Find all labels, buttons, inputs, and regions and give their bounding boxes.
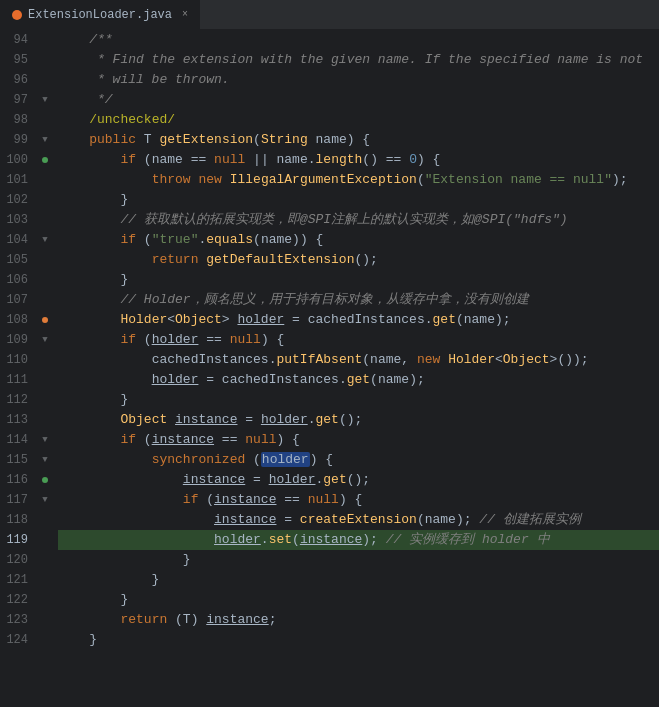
code-line-94: /** [58,30,659,50]
line-num-107: 107 [4,290,28,310]
fold-icon-104[interactable]: ▼ [42,235,47,245]
gutter-119 [36,530,54,550]
code-line-119: holder.set(instance); // 实例缓存到 holder 中 [58,530,659,550]
code-line-100: if (name == null || name.length() == 0) … [58,150,659,170]
tab-filename: ExtensionLoader.java [28,8,172,22]
code-line-124: } [58,630,659,650]
gutter-113 [36,410,54,430]
line-num-94: 94 [4,30,28,50]
line-num-104: 104 [4,230,28,250]
code-line-114: if (instance == null) { [58,430,659,450]
line-num-118: 118 [4,510,28,530]
marker-108[interactable] [42,317,48,323]
fold-icon-109[interactable]: ▼ [42,335,47,345]
gutter-105 [36,250,54,270]
line-numbers: 94 95 96 97 98 99 100 101 102 103 104 10… [0,30,36,707]
line-num-117: 117 [4,490,28,510]
fold-icon-99[interactable]: ▼ [42,135,47,145]
gutter-103 [36,210,54,230]
code-line-95: * Find the extension with the given name… [58,50,659,70]
code-line-117: if (instance == null) { [58,490,659,510]
code-area: 94 95 96 97 98 99 100 101 102 103 104 10… [0,30,659,707]
marker-116[interactable] [42,477,48,483]
line-num-111: 111 [4,370,28,390]
gutter-109[interactable]: ▼ [36,330,54,350]
line-num-99: 99 [4,130,28,150]
line-num-113: 113 [4,410,28,430]
gutter: ▼ ▼ ▼ ▼ ▼ ▼ ▼ [36,30,54,707]
gutter-102 [36,190,54,210]
gutter-100 [36,150,54,170]
gutter-121 [36,570,54,590]
code-line-107: // Holder，顾名思义，用于持有目标对象，从缓存中拿，没有则创建 [58,290,659,310]
line-num-103: 103 [4,210,28,230]
line-num-101: 101 [4,170,28,190]
code-editor: 94 95 96 97 98 99 100 101 102 103 104 10… [0,30,659,707]
tab-close-button[interactable]: × [182,9,188,20]
code-line-106: } [58,270,659,290]
line-num-97: 97 [4,90,28,110]
line-num-109: 109 [4,330,28,350]
gutter-120 [36,550,54,570]
line-num-123: 123 [4,610,28,630]
code-line-103: // 获取默认的拓展实现类，即@SPI注解上的默认实现类，如@SPI("hdfs… [58,210,659,230]
fold-icon-114[interactable]: ▼ [42,435,47,445]
line-num-124: 124 [4,630,28,650]
gutter-106 [36,270,54,290]
code-line-120: } [58,550,659,570]
gutter-122 [36,590,54,610]
code-line-97: */ [58,90,659,110]
tab-bar: ExtensionLoader.java × [0,0,659,30]
code-line-101: throw new IllegalArgumentException("Exte… [58,170,659,190]
fold-icon-115[interactable]: ▼ [42,455,47,465]
code-line-118: instance = createExtension(name); // 创建拓… [58,510,659,530]
gutter-104[interactable]: ▼ [36,230,54,250]
code-line-121: } [58,570,659,590]
code-line-104: if ("true".equals(name)) { [58,230,659,250]
line-num-102: 102 [4,190,28,210]
line-num-100: 100 [4,150,28,170]
gutter-116 [36,470,54,490]
line-num-96: 96 [4,70,28,90]
line-num-119: 119 [4,530,28,550]
gutter-123 [36,610,54,630]
line-num-110: 110 [4,350,28,370]
fold-icon-117[interactable]: ▼ [42,495,47,505]
breakpoint-100[interactable] [42,157,48,163]
line-num-122: 122 [4,590,28,610]
line-num-95: 95 [4,50,28,70]
line-num-108: 108 [4,310,28,330]
code-line-96: * will be thrown. [58,70,659,90]
gutter-95 [36,50,54,70]
gutter-97[interactable]: ▼ [36,90,54,110]
gutter-110 [36,350,54,370]
line-num-105: 105 [4,250,28,270]
gutter-117[interactable]: ▼ [36,490,54,510]
code-line-110: cachedInstances.putIfAbsent(name, new Ho… [58,350,659,370]
gutter-98 [36,110,54,130]
code-line-116: instance = holder.get(); [58,470,659,490]
line-num-98: 98 [4,110,28,130]
gutter-99[interactable]: ▼ [36,130,54,150]
code-line-111: holder = cachedInstances.get(name); [58,370,659,390]
gutter-96 [36,70,54,90]
code-line-112: } [58,390,659,410]
gutter-114[interactable]: ▼ [36,430,54,450]
line-num-114: 114 [4,430,28,450]
line-num-112: 112 [4,390,28,410]
gutter-94 [36,30,54,50]
fold-icon-97[interactable]: ▼ [42,95,47,105]
line-num-106: 106 [4,270,28,290]
gutter-115[interactable]: ▼ [36,450,54,470]
line-num-116: 116 [4,470,28,490]
gutter-111 [36,370,54,390]
code-lines[interactable]: /** * Find the extension with the given … [54,30,659,707]
code-line-113: Object instance = holder.get(); [58,410,659,430]
code-line-123: return (T) instance; [58,610,659,630]
java-file-icon [12,10,22,20]
file-tab[interactable]: ExtensionLoader.java × [0,0,201,29]
code-line-102: } [58,190,659,210]
code-line-122: } [58,590,659,610]
code-line-109: if (holder == null) { [58,330,659,350]
gutter-124 [36,630,54,650]
